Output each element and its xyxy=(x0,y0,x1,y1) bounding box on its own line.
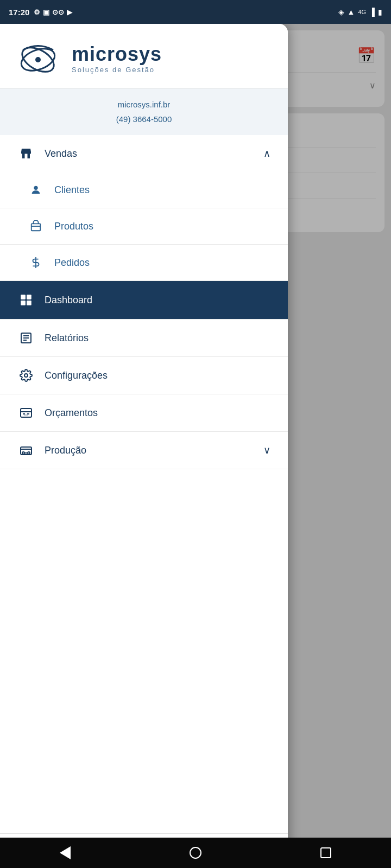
back-button[interactable] xyxy=(54,842,76,864)
svg-rect-20 xyxy=(24,414,28,416)
logo-brand-name: microsys xyxy=(72,43,162,66)
message-status-icon: ▣ xyxy=(43,8,49,16)
sidebar-item-clientes[interactable]: Clientes xyxy=(0,172,288,208)
svg-point-2 xyxy=(35,57,41,62)
producao-label: Produção xyxy=(45,445,263,456)
drawer-contact-section: microsys.inf.br (49) 3664-5000 xyxy=(0,88,288,135)
person-icon xyxy=(27,184,45,196)
sidebar-item-configuracoes[interactable]: Configurações xyxy=(0,357,288,394)
relatorios-label: Relatórios xyxy=(45,333,270,344)
svg-point-15 xyxy=(24,374,28,377)
register-icon xyxy=(17,406,35,419)
status-right-icons: ◈ ▲ 4G ▐ ▮ xyxy=(338,8,382,16)
sidebar-item-produtos[interactable]: Produtos xyxy=(0,208,288,244)
production-icon xyxy=(17,444,35,457)
navigation-drawer: microsys Soluções de Gestão microsys.inf… xyxy=(0,24,288,868)
svg-rect-8 xyxy=(27,295,31,299)
sidebar-item-orcamentos[interactable]: Orçamentos xyxy=(0,394,288,431)
home-button[interactable] xyxy=(185,842,206,864)
report-icon xyxy=(17,331,35,344)
gear-icon xyxy=(17,369,35,382)
dollar-icon xyxy=(27,257,45,269)
produtos-label: Produtos xyxy=(54,221,93,232)
status-bar: 17:20 ⚙ ▣ ⊙⊙ ▶ ◈ ▲ 4G ▐ ▮ xyxy=(0,0,391,24)
configuracoes-label: Configurações xyxy=(45,370,270,381)
divider-producao xyxy=(0,469,288,469)
svg-rect-4 xyxy=(31,224,41,231)
svg-rect-7 xyxy=(21,295,26,299)
contact-phone: (49) 3664-5000 xyxy=(9,112,279,126)
svg-rect-10 xyxy=(27,301,31,305)
signal-icon: ▐ xyxy=(369,8,375,16)
clientes-label: Clientes xyxy=(54,184,90,196)
time-display: 17:20 xyxy=(9,8,29,17)
producao-arrow: ∨ xyxy=(263,444,270,456)
sidebar-item-vendas[interactable]: Vendas ∧ xyxy=(0,135,288,172)
store-icon xyxy=(17,147,35,160)
vendas-label: Vendas xyxy=(45,148,263,159)
status-icons: ⚙ ▣ ⊙⊙ ▶ xyxy=(34,8,72,16)
dashboard-label: Dashboard xyxy=(45,295,270,306)
location-icon: ◈ xyxy=(338,8,344,16)
pedidos-label: Pedidos xyxy=(54,257,90,269)
wifi-icon: ▲ xyxy=(348,8,355,16)
drawer-menu: Vendas ∧ Clientes Produto xyxy=(0,135,288,833)
network-label: 4G xyxy=(358,9,366,15)
svg-rect-9 xyxy=(21,301,26,305)
navigation-bar xyxy=(0,838,391,868)
recent-icon xyxy=(320,847,331,858)
dashboard-icon xyxy=(17,293,35,307)
logo-text: microsys Soluções de Gestão xyxy=(72,43,162,74)
settings-status-icon: ⚙ xyxy=(34,8,40,16)
status-time: 17:20 ⚙ ▣ ⊙⊙ ▶ xyxy=(9,8,72,17)
drawer-logo-section: microsys Soluções de Gestão xyxy=(0,24,288,88)
microsys-logo-svg xyxy=(17,39,61,77)
svg-point-23 xyxy=(22,452,24,454)
video-status-icon: ▶ xyxy=(67,8,72,16)
home-icon xyxy=(190,847,201,859)
svg-point-3 xyxy=(34,186,37,190)
logo-tagline: Soluções de Gestão xyxy=(72,66,162,74)
contact-website: microsys.inf.br xyxy=(9,97,279,112)
sidebar-item-pedidos[interactable]: Pedidos xyxy=(0,245,288,280)
svg-point-24 xyxy=(28,452,30,454)
sidebar-item-producao[interactable]: Produção ∨ xyxy=(0,432,288,469)
logo-icon xyxy=(17,39,61,77)
vendas-arrow: ∧ xyxy=(263,148,270,159)
back-icon xyxy=(60,846,71,859)
box-icon xyxy=(27,220,45,232)
recent-button[interactable] xyxy=(315,842,337,864)
sidebar-item-dashboard[interactable]: Dashboard xyxy=(0,281,288,319)
sidebar-item-relatorios[interactable]: Relatórios xyxy=(0,320,288,356)
voicemail-status-icon: ⊙⊙ xyxy=(52,8,64,16)
battery-icon: ▮ xyxy=(378,8,382,16)
orcamentos-label: Orçamentos xyxy=(45,407,270,419)
